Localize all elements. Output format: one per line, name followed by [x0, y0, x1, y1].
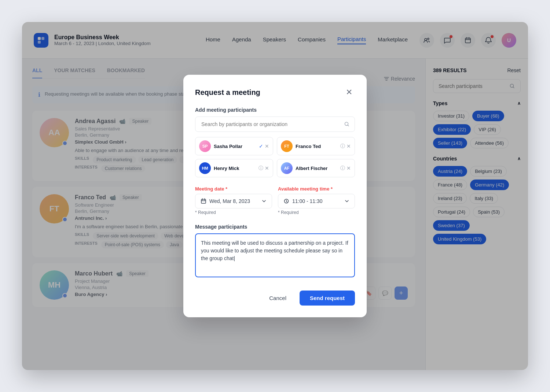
message-textarea[interactable]: This meeting will be used to discuss a p…: [195, 233, 355, 277]
info-icon-franco[interactable]: ⓘ: [340, 143, 345, 149]
date-select[interactable]: Wed, Mar 8, 2023: [195, 194, 272, 208]
time-select[interactable]: 11:00 - 11:30: [278, 194, 355, 208]
send-request-button[interactable]: Send request: [300, 291, 355, 306]
chip-name-albert: Albert Fischer: [296, 166, 337, 171]
time-field: Available meeting time * 11:00 - 11:30 *…: [278, 186, 355, 215]
modal-overlay[interactable]: Request a meeting ✕ Add meeting particip…: [22, 22, 528, 370]
modal-footer: Cancel Send request: [195, 288, 355, 306]
remove-chip-sasha[interactable]: ✕: [265, 143, 269, 149]
modal-title: Request a meeting: [195, 88, 260, 97]
svg-rect-8: [201, 199, 206, 203]
info-icon-henry[interactable]: ⓘ: [258, 165, 263, 171]
participant-search-input[interactable]: [195, 117, 355, 132]
participants-section-label: Add meeting participants: [195, 107, 355, 113]
chip-avatar-henry: HM: [199, 162, 211, 174]
chip-name-henry: Henry Mick: [214, 166, 256, 171]
modal-close-button[interactable]: ✕: [343, 86, 355, 98]
chip-franco: FT Franco Ted ⓘ ✕: [277, 137, 355, 155]
date-field: Meeting date * Wed, Mar 8, 2023 * Requir…: [195, 186, 272, 215]
cancel-button[interactable]: Cancel: [260, 291, 295, 306]
chip-avatar-franco: FT: [281, 140, 293, 152]
participant-search-wrapper: [195, 117, 355, 132]
time-label: Available meeting time *: [278, 186, 355, 192]
clock-icon: [283, 198, 289, 204]
request-meeting-modal: Request a meeting ✕ Add meeting particip…: [183, 75, 367, 317]
chip-avatar-sasha: SP: [199, 140, 211, 152]
modal-header: Request a meeting ✕: [195, 86, 355, 98]
date-time-row: Meeting date * Wed, Mar 8, 2023 * Requir…: [195, 186, 355, 215]
chip-name-sasha: Sasha Pollar: [214, 144, 256, 149]
search-icon: [344, 121, 350, 127]
message-section: Message participants This meeting will b…: [195, 224, 355, 279]
remove-chip-franco[interactable]: ✕: [346, 143, 351, 149]
main-content: ALL YOUR MATCHES BOOKMARKED Relevance ℹ …: [22, 59, 528, 370]
verified-icon: ✓: [259, 143, 263, 149]
chip-avatar-albert: AF: [281, 162, 293, 174]
chip-albert: AF Albert Fischer ⓘ ✕: [277, 159, 355, 177]
message-label: Message participants: [195, 224, 355, 230]
date-label: Meeting date *: [195, 186, 272, 192]
remove-chip-henry[interactable]: ✕: [265, 165, 269, 171]
chip-sasha: SP Sasha Pollar ✓ ✕: [195, 137, 273, 155]
chip-henry: HM Henry Mick ⓘ ✕: [195, 159, 273, 177]
chevron-down-icon: [261, 199, 267, 204]
info-icon-albert[interactable]: ⓘ: [340, 165, 345, 171]
date-required: * Required: [195, 210, 272, 215]
chip-name-franco: Franco Ted: [296, 144, 337, 149]
time-required: * Required: [278, 210, 355, 215]
chevron-down-icon: [344, 199, 349, 204]
participant-chips: SP Sasha Pollar ✓ ✕ FT Franco Ted ⓘ: [195, 137, 355, 177]
remove-chip-albert[interactable]: ✕: [346, 165, 351, 171]
calendar-icon: [201, 198, 206, 204]
